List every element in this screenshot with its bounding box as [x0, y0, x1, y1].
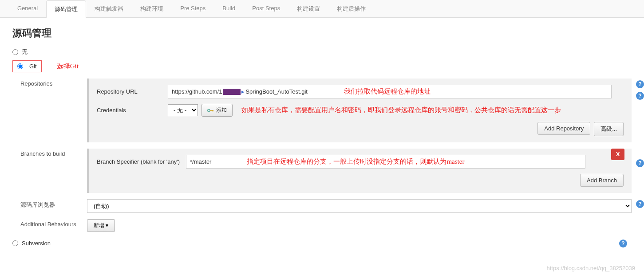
- credentials-select[interactable]: - 无 -: [168, 104, 198, 116]
- help-icon[interactable]: ?: [636, 80, 644, 88]
- add-behaviour-button[interactable]: 新增 ▾: [87, 219, 115, 232]
- tab-general[interactable]: General: [9, 0, 46, 17]
- add-repository-button[interactable]: Add Repository: [537, 122, 590, 135]
- additional-behaviours-label: Additional Behaviours: [20, 219, 87, 232]
- branches-label: Branches to build: [20, 149, 87, 193]
- add-credentials-button[interactable]: 添加: [201, 104, 233, 117]
- repo-browser-select[interactable]: (自动): [87, 199, 632, 213]
- page-title: 源码管理: [12, 27, 632, 40]
- radio-none-label: 无: [22, 48, 28, 56]
- svg-rect-2: [213, 110, 213, 111]
- url-annotation: 我们拉取代码远程仓库的地址: [344, 87, 431, 96]
- tab-pre-steps[interactable]: Pre Steps: [172, 0, 214, 17]
- help-icon[interactable]: ?: [619, 240, 627, 248]
- tab-env[interactable]: 构建环境: [132, 0, 172, 17]
- tab-post-steps[interactable]: Post Steps: [244, 0, 288, 17]
- cred-annotation: 如果是私有仓库，需要配置用户名和密码，即我们登录远程仓库的账号和密码，公共仓库的…: [241, 106, 561, 114]
- svg-point-0: [208, 109, 210, 111]
- repositories-label: Repositories: [20, 79, 87, 142]
- key-icon: [207, 108, 214, 113]
- branch-spec-value: */master: [190, 158, 211, 165]
- help-icon[interactable]: ?: [636, 200, 644, 208]
- tab-post-build[interactable]: 构建后操作: [328, 0, 374, 17]
- repo-url-input[interactable]: https://github.com/1▸SpringBoot_AutoTest…: [168, 85, 612, 98]
- radio-subversion-label: Subversion: [22, 240, 51, 247]
- help-icon[interactable]: ?: [636, 92, 644, 100]
- config-tabs: General 源码管理 构建触发器 构建环境 Pre Steps Build …: [0, 0, 644, 18]
- branch-spec-label: Branch Specifier (blank for 'any'): [97, 158, 180, 165]
- git-annotation: 选择Git: [57, 62, 79, 71]
- radio-git-label: Git: [29, 63, 37, 70]
- redacted-block: [223, 89, 241, 95]
- repo-browser-label: 源码库浏览器: [20, 199, 87, 213]
- advanced-button[interactable]: 高级...: [594, 122, 624, 136]
- radio-git[interactable]: [17, 63, 23, 69]
- branch-annotation: 指定项目在远程仓库的分支，一般上传时没指定分支的话，则默认为master: [247, 157, 464, 166]
- help-icon[interactable]: ?: [636, 159, 644, 167]
- delete-branch-button[interactable]: X: [611, 149, 624, 160]
- radio-none[interactable]: [12, 49, 18, 55]
- url-suffix-text: SpringBoot_AutoTest.git: [245, 88, 307, 95]
- radio-subversion[interactable]: [12, 240, 18, 246]
- repo-url-label: Repository URL: [97, 88, 168, 95]
- tab-scm[interactable]: 源码管理: [46, 0, 86, 18]
- branch-spec-input[interactable]: */master 指定项目在远程仓库的分支，一般上传时没指定分支的话，则默认为m…: [186, 155, 585, 169]
- url-prefix-text: https://github.com/1: [172, 88, 222, 95]
- tab-build-settings[interactable]: 构建设置: [288, 0, 328, 17]
- tab-triggers[interactable]: 构建触发器: [86, 0, 132, 17]
- credentials-label: Credentials: [97, 107, 168, 114]
- add-branch-button[interactable]: Add Branch: [580, 174, 624, 187]
- tab-build[interactable]: Build: [214, 0, 244, 17]
